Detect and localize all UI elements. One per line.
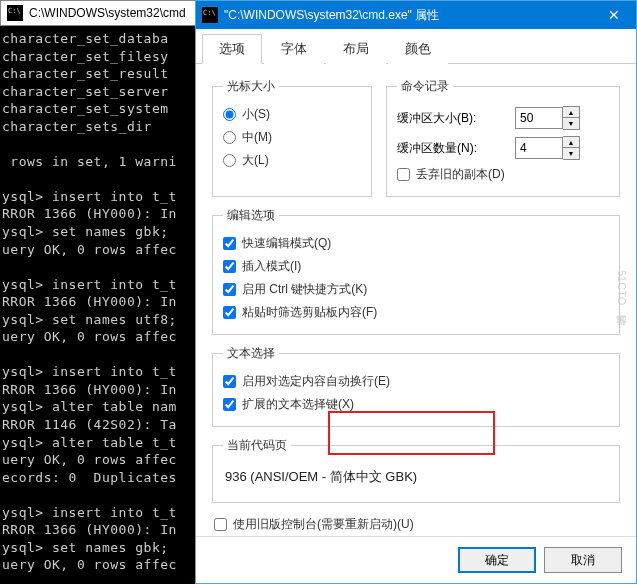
codepage-value: 936 (ANSI/OEM - 简体中文 GBK) — [223, 462, 609, 492]
chevron-up-icon[interactable]: ▲ — [563, 137, 579, 148]
label-filter-paste: 粘贴时筛选剪贴板内容(F) — [242, 304, 377, 321]
footer-area: 使用旧版控制台(需要重新启动)(U) 了解更多有关新控制台功能的信息 — [212, 513, 620, 536]
checkbox-wrap-selection[interactable] — [223, 375, 236, 388]
tab-font[interactable]: 字体 — [264, 34, 324, 64]
close-icon[interactable]: ✕ — [592, 1, 636, 29]
group-history: 命令记录 缓冲区大小(B): ▲▼ 缓冲区数量(N): ▲▼ 丢弃旧的副本(D) — [386, 78, 620, 197]
legend-textsel: 文本选择 — [223, 345, 279, 362]
cmd-icon — [202, 7, 218, 23]
ok-button[interactable]: 确定 — [458, 547, 536, 573]
label-large: 大(L) — [242, 152, 269, 169]
terminal-title: C:\WINDOWS\system32\cmd — [29, 6, 186, 20]
spinner-buffer-count[interactable]: ▲▼ — [515, 136, 580, 160]
dialog-titlebar[interactable]: "C:\WINDOWS\system32\cmd.exe" 属性 ✕ — [196, 1, 636, 29]
tab-layout[interactable]: 布局 — [326, 34, 386, 64]
radio-large[interactable] — [223, 154, 236, 167]
checkbox-quick-edit[interactable] — [223, 237, 236, 250]
group-cursor-size: 光标大小 小(S) 中(M) 大(L) — [212, 78, 372, 197]
label-quick-edit: 快速编辑模式(Q) — [242, 235, 331, 252]
checkbox-ctrl-shortcuts[interactable] — [223, 283, 236, 296]
checkbox-legacy-console[interactable] — [214, 518, 227, 531]
label-medium: 中(M) — [242, 129, 272, 146]
label-insert-mode: 插入模式(I) — [242, 258, 301, 275]
tab-options[interactable]: 选项 — [202, 34, 262, 64]
button-bar: 确定 取消 — [196, 536, 636, 583]
chevron-up-icon[interactable]: ▲ — [563, 107, 579, 118]
label-buffer-size: 缓冲区大小(B): — [397, 110, 507, 127]
legend-history: 命令记录 — [397, 78, 453, 95]
label-legacy-console: 使用旧版控制台(需要重新启动)(U) — [233, 516, 414, 533]
checkbox-discard-old[interactable] — [397, 168, 410, 181]
tab-colors[interactable]: 颜色 — [388, 34, 448, 64]
chevron-down-icon[interactable]: ▼ — [563, 148, 579, 159]
tab-bar: 选项 字体 布局 颜色 — [196, 29, 636, 64]
input-buffer-count[interactable] — [515, 137, 563, 159]
group-edit-options: 编辑选项 快速编辑模式(Q) 插入模式(I) 启用 Ctrl 键快捷方式(K) … — [212, 207, 620, 335]
cmd-icon — [7, 5, 23, 21]
checkbox-extended-keys[interactable] — [223, 398, 236, 411]
chevron-down-icon[interactable]: ▼ — [563, 118, 579, 129]
label-wrap-selection: 启用对选定内容自动换行(E) — [242, 373, 390, 390]
group-text-selection: 文本选择 启用对选定内容自动换行(E) 扩展的文本选择键(X) — [212, 345, 620, 427]
label-extended-keys: 扩展的文本选择键(X) — [242, 396, 354, 413]
cancel-button[interactable]: 取消 — [544, 547, 622, 573]
properties-dialog: "C:\WINDOWS\system32\cmd.exe" 属性 ✕ 选项 字体… — [195, 0, 637, 584]
label-discard-old: 丢弃旧的副本(D) — [416, 166, 505, 183]
label-buffer-count: 缓冲区数量(N): — [397, 140, 507, 157]
spinner-buffer-size[interactable]: ▲▼ — [515, 106, 580, 130]
tab-content-options: 光标大小 小(S) 中(M) 大(L) 命令记录 缓冲区大小(B): ▲▼ 缓冲… — [196, 64, 636, 536]
label-small: 小(S) — [242, 106, 270, 123]
label-ctrl-shortcuts: 启用 Ctrl 键快捷方式(K) — [242, 281, 367, 298]
dialog-title: "C:\WINDOWS\system32\cmd.exe" 属性 — [224, 7, 592, 24]
radio-small[interactable] — [223, 108, 236, 121]
legend-codepage: 当前代码页 — [223, 437, 291, 454]
input-buffer-size[interactable] — [515, 107, 563, 129]
legend-edit: 编辑选项 — [223, 207, 279, 224]
legend-cursor: 光标大小 — [223, 78, 279, 95]
checkbox-insert-mode[interactable] — [223, 260, 236, 273]
checkbox-filter-paste[interactable] — [223, 306, 236, 319]
group-codepage: 当前代码页 936 (ANSI/OEM - 简体中文 GBK) — [212, 437, 620, 503]
radio-medium[interactable] — [223, 131, 236, 144]
